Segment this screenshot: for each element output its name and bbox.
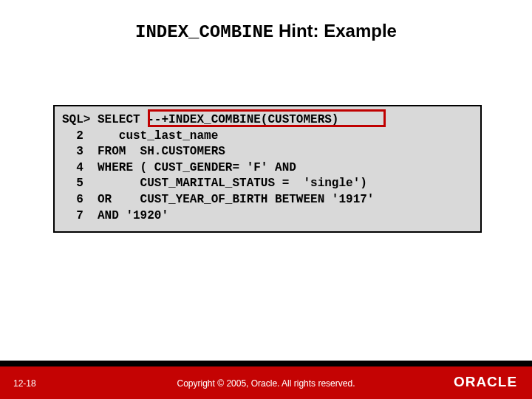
code-line: 3 FROM SH.CUSTOMERS [62, 145, 225, 158]
code-line: 2 cust_last_name [62, 129, 218, 143]
copyright-text: Copyright © 2005, Oracle. All rights res… [0, 378, 532, 389]
slide-title: INDEX_COMBINE Hint: Example [0, 0, 532, 42]
oracle-logo: ORACLE [454, 375, 517, 390]
code-line: SQL> SELECT --+INDEX_COMBINE(CUSTOMERS) [62, 113, 338, 126]
title-rest: Hint: Example [273, 21, 397, 41]
title-mono: INDEX_COMBINE [135, 22, 273, 42]
code-line: 5 CUST_MARITAL_STATUS = 'single') [62, 177, 367, 190]
footer-bar: 12-18 Copyright © 2005, Oracle. All righ… [0, 366, 532, 399]
sql-code-block: SQL> SELECT --+INDEX_COMBINE(CUSTOMERS) … [53, 105, 482, 233]
footer-divider [0, 361, 532, 366]
code-line: 7 AND '1920' [62, 209, 168, 222]
code-line: 6 OR CUST_YEAR_OF_BIRTH BETWEEN '1917' [62, 193, 374, 206]
code-line: 4 WHERE ( CUST_GENDER= 'F' AND [62, 161, 296, 174]
